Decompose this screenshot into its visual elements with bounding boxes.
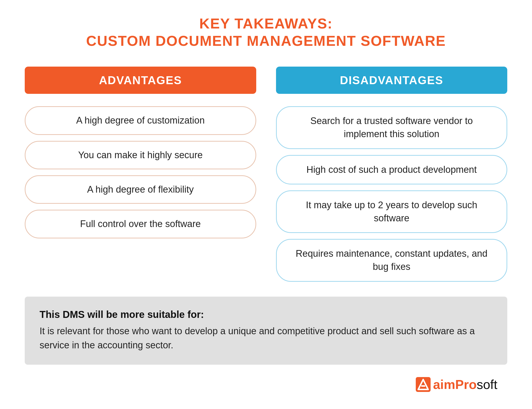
- page: KEY TAKEAWAYS: CUSTOM DOCUMENT MANAGEMEN…: [0, 0, 532, 409]
- list-item: Requires maintenance, constant updates, …: [276, 239, 508, 281]
- list-item: Search for a trusted software vendor to …: [276, 106, 508, 149]
- title-line1: KEY TAKEAWAYS:: [86, 15, 446, 32]
- list-item: A high degree of flexibility: [25, 175, 256, 204]
- columns: ADVANTAGES A high degree of customizatio…: [25, 67, 507, 281]
- advantages-header: ADVANTAGES: [25, 67, 256, 94]
- aimprosoft-logo-icon: [416, 377, 431, 392]
- title-block: KEY TAKEAWAYS: CUSTOM DOCUMENT MANAGEMEN…: [86, 15, 446, 49]
- footer-label: This DMS will be more suitable for:: [40, 309, 492, 320]
- advantages-column: ADVANTAGES A high degree of customizatio…: [25, 67, 256, 281]
- disadvantages-list: Search for a trusted software vendor to …: [276, 106, 508, 281]
- logo-block: aimProsoft: [416, 377, 497, 392]
- footer-text: It is relevant for those who want to dev…: [40, 324, 492, 352]
- list-item: Full control over the software: [25, 210, 256, 238]
- list-item: You can make it highly secure: [25, 141, 256, 169]
- footer-box: This DMS will be more suitable for: It i…: [25, 297, 507, 365]
- logo-text: aimProsoft: [433, 377, 497, 392]
- list-item: High cost of such a product development: [276, 155, 508, 184]
- disadvantages-column: DISADVANTAGES Search for a trusted softw…: [276, 67, 508, 281]
- advantages-list: A high degree of customization You can m…: [25, 106, 256, 238]
- disadvantages-header: DISADVANTAGES: [276, 67, 508, 94]
- list-item: It may take up to 2 years to develop suc…: [276, 190, 508, 233]
- list-item: A high degree of customization: [25, 106, 256, 135]
- title-line2: CUSTOM DOCUMENT MANAGEMENT SOFTWARE: [86, 32, 446, 50]
